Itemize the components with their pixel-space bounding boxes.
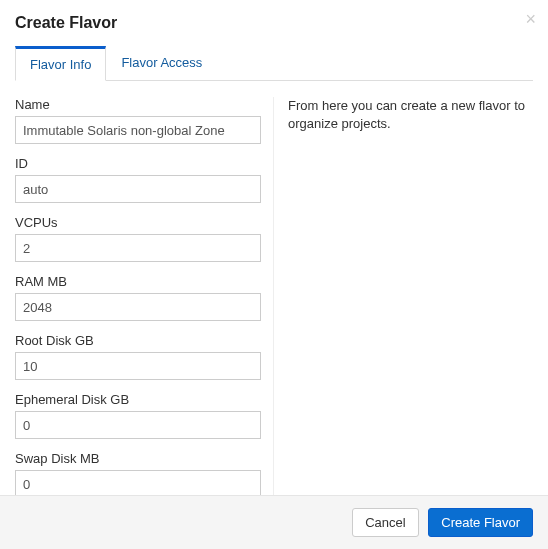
tab-flavor-access[interactable]: Flavor Access: [106, 46, 217, 81]
modal-body: Name ID VCPUs RAM MB Root Disk GB Epheme…: [0, 81, 548, 530]
ephemeral-input[interactable]: [15, 411, 261, 439]
vcpus-label: VCPUs: [15, 215, 261, 230]
ram-input[interactable]: [15, 293, 261, 321]
field-vcpus: VCPUs: [15, 215, 261, 262]
ephemeral-label: Ephemeral Disk GB: [15, 392, 261, 407]
help-column: From here you can create a new flavor to…: [274, 97, 533, 510]
field-ephemeral: Ephemeral Disk GB: [15, 392, 261, 439]
swap-input[interactable]: [15, 470, 261, 498]
modal-title: Create Flavor: [15, 14, 533, 32]
id-input[interactable]: [15, 175, 261, 203]
modal-header: Create Flavor ×: [0, 0, 548, 42]
tab-flavor-info[interactable]: Flavor Info: [15, 46, 106, 81]
close-icon[interactable]: ×: [525, 10, 536, 28]
name-label: Name: [15, 97, 261, 112]
help-text: From here you can create a new flavor to…: [288, 97, 533, 133]
swap-label: Swap Disk MB: [15, 451, 261, 466]
field-rootdisk: Root Disk GB: [15, 333, 261, 380]
cancel-button[interactable]: Cancel: [352, 508, 418, 537]
field-id: ID: [15, 156, 261, 203]
field-swap: Swap Disk MB: [15, 451, 261, 498]
form-column: Name ID VCPUs RAM MB Root Disk GB Epheme…: [15, 97, 274, 510]
field-ram: RAM MB: [15, 274, 261, 321]
vcpus-input[interactable]: [15, 234, 261, 262]
field-name: Name: [15, 97, 261, 144]
tabs: Flavor Info Flavor Access: [15, 46, 533, 81]
rootdisk-input[interactable]: [15, 352, 261, 380]
create-flavor-button[interactable]: Create Flavor: [428, 508, 533, 537]
id-label: ID: [15, 156, 261, 171]
ram-label: RAM MB: [15, 274, 261, 289]
modal-footer: Cancel Create Flavor: [0, 495, 548, 549]
rootdisk-label: Root Disk GB: [15, 333, 261, 348]
name-input[interactable]: [15, 116, 261, 144]
